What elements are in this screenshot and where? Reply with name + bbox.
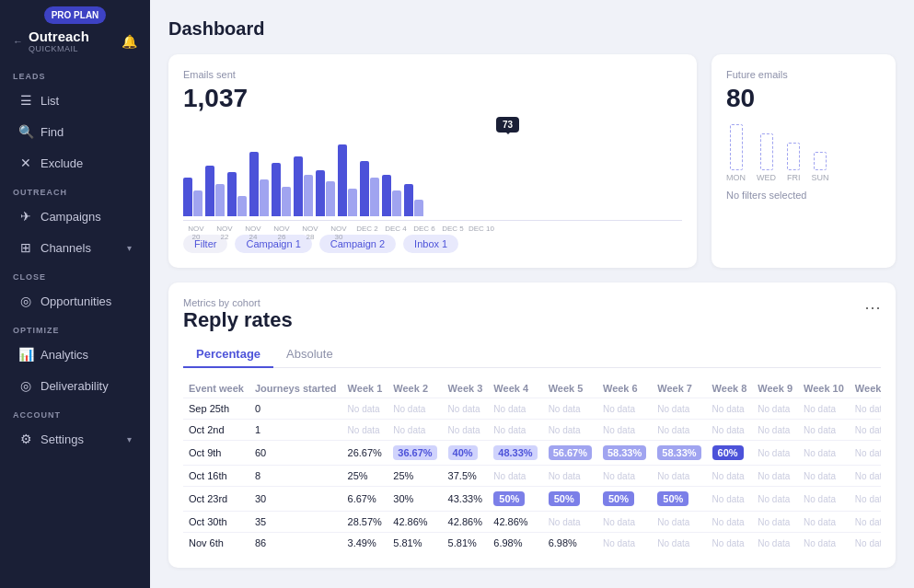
col-week5: Week 5 [543,379,597,398]
col-week4: Week 4 [488,379,542,398]
table-cell: No data [652,466,706,487]
table-cell: 60 [249,441,342,466]
sidebar-item-exclude[interactable]: ✕ Exclude [6,148,145,178]
metrics-title: Reply rates [183,308,293,332]
table-cell: No data [798,441,850,466]
table-cell: No data [798,466,850,487]
col-week1: Week 1 [342,379,388,398]
table-cell: No data [707,420,753,441]
main-content: Dashboard Emails sent 1,037 73 [150,0,914,588]
table-cell: No data [707,487,753,512]
table-cell: 60% [707,441,753,466]
table-cell: 50% [597,487,652,512]
chart-label: NOV 20 [183,225,209,241]
table-cell: 42.86% [443,512,489,533]
bar-chart: 73 [183,124,682,225]
table-cell: 25% [342,466,388,487]
no-filters-text: No filters selected [726,190,881,201]
table-cell: Oct 9th [183,441,249,466]
table-cell: No data [652,420,706,441]
table-cell: No data [388,398,442,420]
sidebar-item-find-label: Find [40,125,64,139]
table-cell: 86 [249,533,342,554]
col-week8: Week 8 [707,379,753,398]
cal-label-mon: MON [726,173,746,182]
sidebar-item-opportunities-label: Opportunities [40,294,111,308]
exclude-icon: ✕ [18,156,33,170]
sidebar-item-channels-label: Channels [40,241,91,255]
chart-label: DEC 10 [469,225,494,241]
table-cell: No data [798,512,850,533]
table-cell: 50% [543,487,597,512]
chart-label: DEC 6 [411,225,437,241]
sidebar-item-analytics[interactable]: 📊 Analytics [6,340,145,369]
table-cell: No data [597,512,652,533]
table-cell: No data [798,487,850,512]
sidebar-item-channels[interactable]: ⊞ Channels ▾ [6,233,145,262]
chart-bars [183,124,682,216]
cal-bar-fri [787,143,800,170]
table-cell: No data [597,466,652,487]
table-cell: 5.81% [388,533,442,554]
col-week7: Week 7 [652,379,706,398]
chart-label: NOV 22 [212,225,237,241]
sidebar-item-deliverability[interactable]: ◎ Deliverability [6,371,145,400]
future-emails-card: Future emails 80 MON WED FRI SUN [712,54,896,268]
chart-label: DEC 2 [354,225,380,241]
table-cell: 58.33% [597,441,652,466]
emails-sent-value: 1,037 [183,84,682,113]
table-cell: 50% [488,487,542,512]
sidebar-item-deliverability-label: Deliverability [40,379,109,393]
sidebar-item-list[interactable]: ☰ List [6,86,145,115]
table-cell: 30% [388,487,442,512]
table-cell: 8 [249,466,342,487]
cal-bar-sun [814,152,827,170]
table-cell: No data [850,441,881,466]
table-cell: 6.67% [342,487,388,512]
sidebar-item-find[interactable]: 🔍 Find [6,117,145,146]
table-cell: 43.33% [443,487,489,512]
tab-percentage[interactable]: Percentage [183,341,273,368]
table-cell: 40% [443,441,489,466]
table-cell: 0 [249,398,342,420]
cal-label-fri: FRI [787,173,801,182]
chart-tooltip: 73 [496,117,519,133]
optimize-section-label: OPTIMIZE [0,317,150,339]
sidebar-item-campaigns-label: Campaigns [40,210,101,224]
table-cell: Oct 23rd [183,487,249,512]
tab-absolute[interactable]: Absolute [273,341,346,368]
table-cell: No data [752,466,798,487]
cal-bar-wed [760,133,773,170]
metrics-section: Metrics by cohort Reply rates ⋯ Percenta… [168,282,896,568]
cal-bar-mon [730,124,743,170]
col-week2: Week 2 [388,379,442,398]
table-cell: No data [443,420,489,441]
col-week3: Week 3 [443,379,489,398]
more-options-icon[interactable]: ⋯ [864,297,881,317]
top-row: Emails sent 1,037 73 [168,54,896,268]
table-cell: No data [798,533,850,554]
sidebar-item-opportunities[interactable]: ◎ Opportunities [6,286,145,316]
metrics-header: Metrics by cohort Reply rates ⋯ [183,297,881,341]
emails-sent-card: Emails sent 1,037 73 [168,54,697,268]
col-event-week: Event week [183,379,249,398]
table-cell: No data [652,512,706,533]
table-cell: Nov 6th [183,533,249,554]
table-cell: No data [850,398,881,420]
table-cell: 37.5% [443,466,489,487]
campaigns-icon: ✈ [18,209,33,224]
tabs: Percentage Absolute [183,341,881,368]
sidebar-item-campaigns[interactable]: ✈ Campaigns [6,202,145,231]
col-week10: Week 10 [798,379,850,398]
bell-icon[interactable]: 🔔 [121,34,137,49]
table-cell: 28.57% [342,512,388,533]
future-emails-value: 80 [726,84,881,113]
sidebar-item-settings[interactable]: ⚙ Settings ▾ [6,424,145,454]
table-cell: No data [707,466,753,487]
chart-label: DEC 5 [440,225,466,241]
table-cell: 48.33% [488,441,542,466]
sidebar-item-exclude-label: Exclude [40,156,83,170]
table-cell: No data [652,398,706,420]
chart-label: NOV 26 [269,225,295,241]
table-cell: No data [707,512,753,533]
